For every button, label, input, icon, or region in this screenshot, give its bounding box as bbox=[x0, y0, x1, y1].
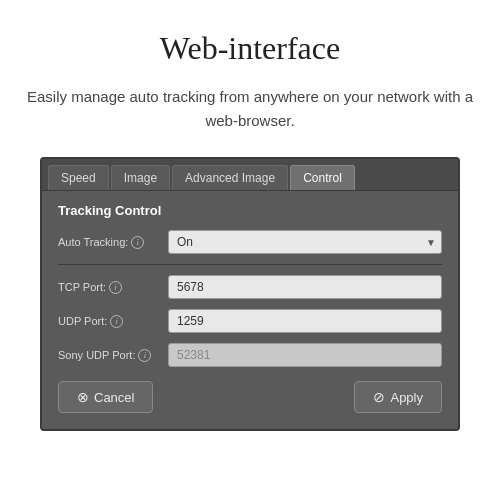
tab-advanced-image[interactable]: Advanced Image bbox=[172, 165, 288, 190]
tabs-row: Speed Image Advanced Image Control bbox=[42, 159, 458, 191]
apply-button[interactable]: ⊘ Apply bbox=[354, 381, 442, 413]
tab-speed[interactable]: Speed bbox=[48, 165, 109, 190]
page-container: Web-interface Easily manage auto trackin… bbox=[0, 0, 500, 500]
auto-tracking-select-wrapper: On Off ▼ bbox=[168, 230, 442, 254]
sony-udp-port-row: Sony UDP Port: i bbox=[58, 343, 442, 367]
apply-label: Apply bbox=[390, 390, 423, 405]
cancel-label: Cancel bbox=[94, 390, 134, 405]
tab-image[interactable]: Image bbox=[111, 165, 170, 190]
udp-port-info-icon: i bbox=[110, 315, 123, 328]
auto-tracking-info-icon: i bbox=[131, 236, 144, 249]
cancel-button[interactable]: ⊗ Cancel bbox=[58, 381, 153, 413]
settings-panel: Speed Image Advanced Image Control Track… bbox=[40, 157, 460, 431]
buttons-row: ⊗ Cancel ⊘ Apply bbox=[58, 381, 442, 413]
sony-udp-port-info-icon: i bbox=[138, 349, 151, 362]
auto-tracking-select[interactable]: On Off bbox=[168, 230, 442, 254]
auto-tracking-row: Auto Tracking: i On Off ▼ bbox=[58, 230, 442, 254]
page-subtitle: Easily manage auto tracking from anywher… bbox=[20, 85, 480, 133]
sony-udp-port-label: Sony UDP Port: i bbox=[58, 349, 168, 362]
tcp-port-input[interactable] bbox=[168, 275, 442, 299]
udp-port-input[interactable] bbox=[168, 309, 442, 333]
auto-tracking-label: Auto Tracking: i bbox=[58, 236, 168, 249]
apply-icon: ⊘ bbox=[373, 389, 385, 405]
tcp-port-info-icon: i bbox=[109, 281, 122, 294]
udp-port-row: UDP Port: i bbox=[58, 309, 442, 333]
cancel-icon: ⊗ bbox=[77, 389, 89, 405]
page-title: Web-interface bbox=[160, 30, 340, 67]
tab-control[interactable]: Control bbox=[290, 165, 355, 190]
sony-udp-port-input[interactable] bbox=[168, 343, 442, 367]
tcp-port-row: TCP Port: i bbox=[58, 275, 442, 299]
panel-body: Tracking Control Auto Tracking: i On Off… bbox=[42, 191, 458, 429]
tcp-port-label: TCP Port: i bbox=[58, 281, 168, 294]
udp-port-label: UDP Port: i bbox=[58, 315, 168, 328]
section-title: Tracking Control bbox=[58, 203, 442, 218]
divider bbox=[58, 264, 442, 265]
